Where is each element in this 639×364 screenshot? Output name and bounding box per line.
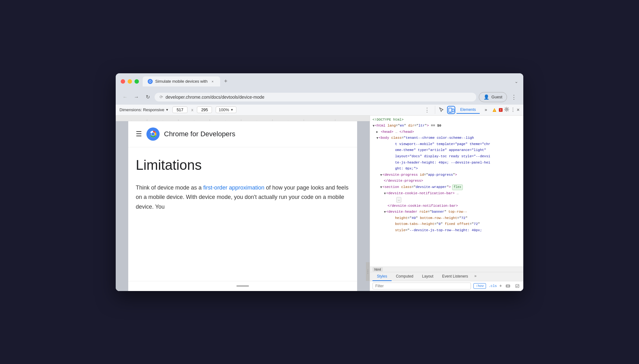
maximize-traffic-light[interactable] (135, 79, 139, 84)
tab-favicon-icon (148, 79, 153, 84)
url-text: developer.chrome.com/docs/devtools/devic… (166, 95, 264, 100)
head-expand-icon[interactable]: ▶ (376, 130, 378, 135)
zoom-select[interactable]: 100% ▼ (216, 107, 236, 113)
viewport-area: ☰ Chrome for Developers (116, 116, 370, 291)
dimensions-select[interactable]: Dimensions: Responsive ▼ (119, 107, 169, 112)
window-chevron-icon[interactable]: ⌄ (515, 79, 518, 84)
more-tabs-button[interactable]: » (481, 106, 491, 114)
svg-text:!: ! (500, 108, 501, 112)
dom-line-body-5: te-js-header-height: 49px; --devsite-pan… (370, 160, 523, 166)
toolbar-more-button[interactable]: ⋮ (424, 107, 430, 113)
guest-label: Guest (491, 95, 502, 99)
nav-bar: ← → ↻ ⟳ developer.chrome.com/docs/devtoo… (116, 90, 523, 105)
bottom-tabs-more[interactable]: » (473, 272, 478, 281)
breadcrumb-html[interactable]: html (372, 267, 383, 272)
cookie-bar-expand-icon[interactable]: ▶ (382, 193, 387, 195)
elements-tab[interactable]: Elements (457, 106, 480, 114)
devtools-alerts: ! ! (492, 108, 503, 112)
dom-line-section[interactable]: ▶<section class="devsite-wrapper">flex (370, 184, 523, 190)
dom-line-html[interactable]: ▶<html lang="en" dir="ltr"> == $0 (370, 123, 523, 129)
dom-line-header-3: bottom-tabs--height="0" fixed offset="72… (370, 221, 523, 227)
close-traffic-light[interactable] (121, 79, 125, 84)
devtools-settings-button[interactable] (504, 107, 509, 113)
warning-icon: ! (492, 108, 497, 112)
active-tab[interactable]: Simulate mobile devices with × (143, 76, 220, 86)
viewport-resize-handle[interactable] (366, 262, 370, 281)
flex-badge: flex (452, 185, 463, 190)
svg-text:!: ! (494, 109, 495, 112)
dom-line-header[interactable]: ▶<devsite-header role="banner" top-row-- (370, 209, 523, 215)
filter-add-button[interactable]: + (499, 283, 502, 289)
height-input[interactable] (197, 107, 212, 113)
filter-input[interactable] (372, 283, 471, 289)
dom-line-body[interactable]: ▶<body class="tenant--chrome color-schem… (370, 135, 523, 141)
svg-rect-31 (507, 285, 509, 287)
chrome-logo-icon (146, 127, 160, 141)
dom-line-devsite-progress-close[interactable]: </devsite-progress> (370, 178, 523, 184)
zoom-label: 100% (219, 107, 229, 112)
browser-menu-button[interactable]: ⋮ (510, 93, 518, 101)
new-tab-button[interactable]: + (221, 77, 230, 86)
error-icon: ! (499, 108, 503, 112)
ruler-top (116, 116, 370, 121)
html-expand-icon[interactable]: ▶ (371, 125, 376, 127)
layout-tab[interactable]: Layout (418, 272, 438, 281)
section-expand-icon[interactable]: ▶ (378, 186, 383, 188)
bottom-tabs: Styles Computed Layout Event Listeners » (370, 272, 523, 281)
event-listeners-tab[interactable]: Event Listeners (438, 272, 473, 281)
browser-window: Simulate mobile devices with × + ⌄ ← → ↻… (116, 73, 523, 291)
hamburger-icon[interactable]: ☰ (136, 131, 142, 138)
refresh-button[interactable]: ↻ (143, 93, 152, 101)
header-expand-icon[interactable]: ▶ (382, 211, 387, 213)
footer-drag-handle (236, 285, 249, 287)
ruler-svg (116, 116, 370, 121)
dom-line-body-3: ome-theme" type="article" appearance="li… (370, 147, 523, 153)
address-bar[interactable]: ⟳ developer.chrome.com/docs/devtools/dev… (155, 93, 476, 101)
dom-line-devsite-progress[interactable]: ▶<devsite-progress id="app-progress"> (370, 172, 523, 178)
body-expand-icon[interactable]: ▶ (375, 137, 380, 139)
page-heading: Limitations (136, 157, 350, 173)
forward-button[interactable]: → (132, 93, 141, 101)
device-mode-button[interactable] (447, 106, 455, 114)
settings-gear-icon (504, 107, 509, 112)
tab-bar: Simulate mobile devices with × + (143, 76, 511, 86)
guest-button[interactable]: 👤 Guest (479, 92, 507, 102)
width-input[interactable] (172, 107, 187, 113)
guest-avatar-icon: 👤 (483, 94, 489, 100)
styles-tab[interactable]: Styles (372, 272, 392, 281)
tab-close-button[interactable]: × (210, 79, 215, 84)
dom-tree[interactable]: <!DOCTYPE html> ▶<html lang="en" dir="lt… (370, 116, 523, 267)
filter-icon-2[interactable] (514, 283, 521, 289)
tab-title: Simulate mobile devices with (155, 79, 208, 84)
back-button[interactable]: ← (121, 93, 129, 101)
page-footer-bar (128, 281, 357, 291)
dom-line-header-4: style="--devsite-js-top-row--height: 49p… (370, 227, 523, 234)
error-badge: ! (499, 108, 503, 112)
devtools-kebab-button[interactable]: ⋮ (510, 107, 515, 113)
device-mode-icon (448, 107, 454, 113)
zoom-dropdown-icon: ▼ (230, 108, 234, 112)
dom-line-head[interactable]: ▶ <head> … </head> (370, 129, 523, 135)
dom-line-cookie-bar[interactable]: ▶<devsite-cookie-notification-bar> … (370, 190, 523, 197)
svg-point-2 (150, 81, 151, 82)
dom-line-cookie-bar-close[interactable]: </devsite-cookie-notification-bar> (370, 203, 523, 209)
element-state-icon (515, 284, 520, 288)
devtools-close-button[interactable]: × (517, 107, 520, 113)
dom-line-doctype[interactable]: <!DOCTYPE html> (370, 117, 523, 123)
filter-hov-button[interactable]: :hov (473, 283, 486, 289)
resize-dots (367, 270, 368, 273)
inspect-element-button[interactable] (438, 106, 446, 114)
filter-bar: :hov .cls + (370, 281, 523, 291)
dom-line-body-4: layout="docs" display-toc ready style="-… (370, 153, 523, 160)
progress-expand-icon[interactable]: ▶ (378, 174, 383, 176)
minimize-traffic-light[interactable] (128, 79, 132, 84)
breadcrumb-bar: html (370, 267, 523, 272)
page-wrapper: ☰ Chrome for Developers (116, 121, 370, 291)
filter-icon-1[interactable] (504, 283, 511, 289)
doctype-text: <!DOCTYPE html> (372, 118, 404, 122)
filter-cls-button[interactable]: .cls (488, 284, 497, 288)
computed-tab[interactable]: Computed (392, 272, 418, 281)
page-content: ☰ Chrome for Developers (128, 121, 357, 291)
dimension-separator: x (191, 107, 193, 112)
first-order-link[interactable]: first-order approximation (203, 185, 264, 191)
